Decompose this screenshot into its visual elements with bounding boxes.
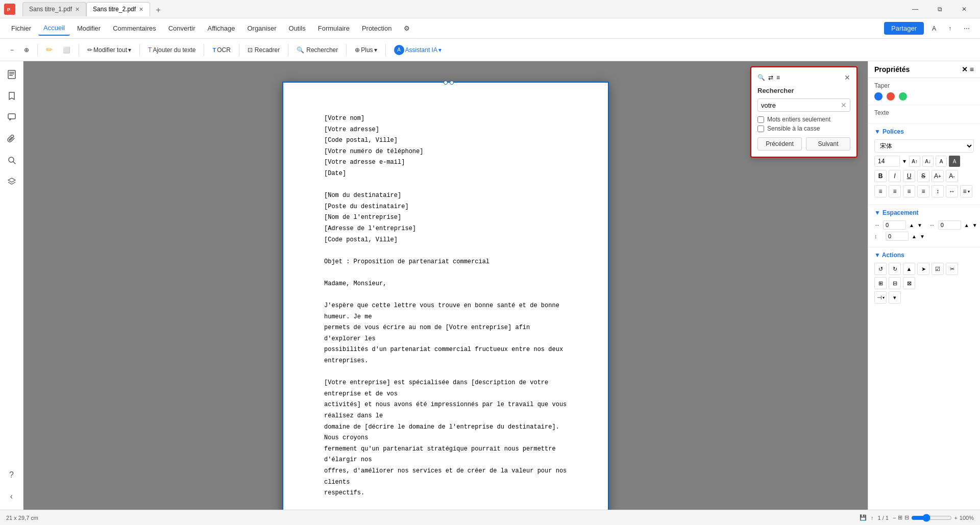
- whole-words-checkbox[interactable]: [757, 116, 764, 123]
- search-panel-replace-icon[interactable]: ⇄: [768, 74, 773, 81]
- search-panel-close-icon[interactable]: ✕: [844, 73, 850, 82]
- menu-outils[interactable]: Outils: [284, 21, 311, 35]
- font-color-button[interactable]: A: [949, 156, 960, 167]
- tab-2-close[interactable]: ✕: [139, 6, 143, 13]
- search-clear-button[interactable]: ✕: [841, 101, 847, 109]
- spacing-stepper-1-up[interactable]: ▲: [909, 222, 914, 228]
- case-sensitive-checkbox[interactable]: [757, 126, 764, 132]
- spacing-stepper-3-down[interactable]: ▼: [920, 234, 925, 239]
- sidebar-comment-icon[interactable]: [3, 108, 21, 127]
- menu-fichier[interactable]: Fichier: [6, 21, 36, 35]
- action-check[interactable]: ☑: [932, 263, 944, 275]
- menu-modifier[interactable]: Modifier: [72, 21, 106, 35]
- font-shrink-button[interactable]: A↓: [922, 156, 934, 167]
- save-icon[interactable]: 💾: [860, 514, 867, 521]
- align-justify-button[interactable]: ≡: [917, 185, 929, 197]
- action-send-forward[interactable]: ➤: [917, 263, 929, 275]
- menu-affichage[interactable]: Affichage: [202, 21, 240, 35]
- font-reset-button[interactable]: A: [936, 156, 947, 167]
- zoom-out-button[interactable]: −: [6, 42, 18, 58]
- handle-tl[interactable]: [444, 81, 448, 85]
- spacing-stepper-2-up[interactable]: ▲: [964, 222, 969, 228]
- spacing-input-3[interactable]: [886, 232, 909, 241]
- menu-formulaire[interactable]: Formulaire: [313, 21, 355, 35]
- menu-commentaires[interactable]: Commentaires: [108, 21, 161, 35]
- more-button[interactable]: ⊕ Plus ▾: [351, 42, 381, 58]
- menu-extra-btn2[interactable]: ↑: [944, 20, 955, 37]
- recadrer-button[interactable]: ⊡ Recadrer: [243, 42, 284, 58]
- text-indent-button[interactable]: ≡▾: [960, 185, 972, 197]
- align-v-button[interactable]: ↕: [932, 185, 944, 197]
- share-small-icon[interactable]: ↑: [871, 515, 874, 521]
- search-panel-options-icon[interactable]: ≡: [776, 74, 780, 81]
- sidebar-page-thumbnail-icon[interactable]: [3, 65, 21, 84]
- ocr-button[interactable]: T OCR: [208, 42, 234, 58]
- action-cut[interactable]: ✂: [946, 263, 958, 275]
- sidebar-nav-left-icon[interactable]: ‹: [3, 487, 21, 506]
- menu-organiser[interactable]: Organiser: [242, 21, 281, 35]
- highlight-button[interactable]: ✏: [42, 42, 57, 58]
- menu-protection[interactable]: Protection: [357, 21, 397, 35]
- align-right-button[interactable]: ≡: [903, 185, 915, 197]
- tab-1-close[interactable]: ✕: [75, 6, 80, 13]
- sidebar-layers-icon[interactable]: [3, 172, 21, 191]
- zoom-fit-button[interactable]: ⊕: [20, 42, 33, 58]
- textbox-button[interactable]: ⬜: [59, 42, 75, 58]
- action-minus-box[interactable]: ⊟: [889, 277, 901, 289]
- taper-color-dot-2[interactable]: [887, 92, 895, 101]
- font-name-select[interactable]: 宋体: [874, 139, 974, 153]
- close-button[interactable]: ✕: [952, 2, 976, 17]
- underline-button[interactable]: U: [903, 170, 915, 182]
- spacing-stepper-1-down[interactable]: ▼: [917, 222, 922, 228]
- text-direction-button[interactable]: ↔: [946, 185, 958, 197]
- menu-convertir[interactable]: Convertir: [163, 21, 201, 35]
- align-center-button[interactable]: ≡: [889, 185, 901, 197]
- spacing-input-1[interactable]: [883, 220, 906, 230]
- pdf-document[interactable]: [Votre nom] [Votre adresse] [Code postal…: [282, 82, 609, 510]
- zoom-out-small-icon[interactable]: −: [893, 515, 896, 521]
- italic-button[interactable]: I: [889, 170, 901, 182]
- font-grow-button[interactable]: A↑: [909, 156, 920, 167]
- font-size-input[interactable]: [874, 156, 900, 167]
- action-grid[interactable]: ⊞: [874, 277, 887, 289]
- view-icon-grid[interactable]: ⊞: [898, 514, 902, 521]
- subscript-button[interactable]: A-: [946, 170, 958, 182]
- action-align-v[interactable]: ▾: [889, 291, 901, 304]
- menu-extra-btn3[interactable]: ⋯: [960, 20, 974, 37]
- sidebar-bookmark-icon[interactable]: [3, 87, 21, 105]
- align-left-button[interactable]: ≡: [874, 185, 887, 197]
- menu-accueil[interactable]: Accueil: [38, 21, 70, 36]
- action-rotate-left[interactable]: ↺: [874, 263, 887, 275]
- polices-chevron-icon[interactable]: ▼: [874, 128, 880, 135]
- properties-close-icon[interactable]: ✕: [962, 65, 968, 73]
- sidebar-search-icon[interactable]: [3, 151, 21, 169]
- add-tab-button[interactable]: +: [152, 4, 164, 16]
- view-icon-single[interactable]: ⊟: [904, 514, 909, 521]
- spacing-input-2[interactable]: [938, 220, 961, 230]
- strikethrough-button[interactable]: S: [917, 170, 929, 182]
- ai-assistant-button[interactable]: A Assistant IA ▾: [390, 42, 446, 58]
- action-rotate-right[interactable]: ↻: [889, 263, 901, 275]
- espacement-chevron-icon[interactable]: ▼: [874, 209, 880, 216]
- font-dropdown-chevron[interactable]: ▾: [903, 158, 906, 165]
- tab-1[interactable]: Sans titre_1.pdf ✕: [22, 2, 86, 16]
- action-align-left[interactable]: ⊣▾: [874, 291, 887, 304]
- properties-expand-icon[interactable]: ≡: [970, 65, 974, 73]
- sidebar-attachment-icon[interactable]: [3, 130, 21, 148]
- prev-button[interactable]: Précédent: [757, 137, 802, 151]
- action-x-box[interactable]: ⊠: [903, 277, 915, 289]
- zoom-in-small-icon[interactable]: +: [954, 515, 957, 521]
- actions-chevron-icon[interactable]: ▼: [874, 252, 880, 259]
- menu-extra-btn1[interactable]: A: [928, 20, 940, 37]
- search-input[interactable]: [761, 102, 841, 109]
- sidebar-help-icon[interactable]: ?: [3, 466, 21, 484]
- zoom-slider[interactable]: [911, 514, 952, 522]
- modify-all-button[interactable]: ✏ Modifier tout ▾: [83, 42, 135, 58]
- spacing-stepper-2-down[interactable]: ▼: [972, 222, 977, 228]
- search-button[interactable]: 🔍 Rechercher: [292, 42, 342, 58]
- pdf-area[interactable]: 🔍 ⇄ ≡ ✕ Rechercher ✕ Mots entiers seulem…: [23, 61, 868, 510]
- minimize-button[interactable]: —: [903, 2, 927, 17]
- handle-top[interactable]: [450, 81, 454, 85]
- maximize-button[interactable]: ⧉: [928, 2, 951, 17]
- taper-color-dot-3[interactable]: [899, 92, 907, 101]
